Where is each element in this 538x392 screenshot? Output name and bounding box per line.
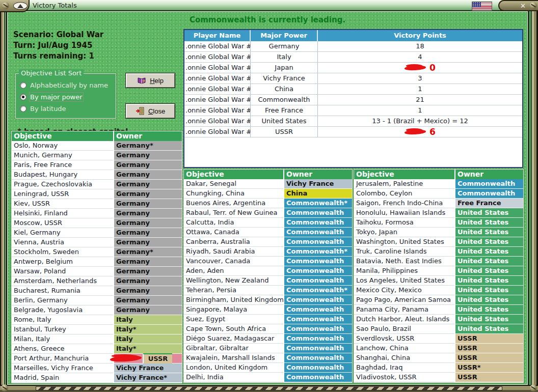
owner-cell: Commonwealth [283,363,352,373]
player-power-cell: Japan [251,63,318,73]
svg-text:?: ? [143,78,145,83]
titlebar[interactable]: Victory Totals [0,0,538,11]
objective-row: Shanghai, ChinaUSSR [354,353,523,363]
objective-row: Budapest, HungaryGermany [12,170,182,180]
objective-cell: Baghdad, Iraq [354,363,454,373]
objective-cell: Washington, United States [354,237,454,247]
objective-row: Warsaw, PolandGermany [12,267,182,276]
objective-cell: Moscow, USSR [12,218,113,228]
objective-row: Munich, GermanyGermany [12,151,182,160]
objective-cell: Suez, Egypt [184,315,283,324]
owner-cell: Commonwealth [283,305,352,315]
radio-icon[interactable] [20,105,26,112]
owner-cell: USSR [454,334,523,344]
column-header-owner: Owner [283,170,352,179]
radio-by-major-power[interactable]: By major power [20,93,116,101]
objective-row: Tokyo, JapanUnited States [354,228,523,237]
turns-remaining-label: Turns remaining: 1 [13,51,103,62]
column-header-objective: Objective [354,170,454,179]
players-table: Player Name Major Power Victory Points .… [183,29,523,168]
objective-table-header: Objective Owner [12,131,182,141]
player-power-cell: Free France [251,105,318,116]
objective-cell: Panama City, Panama [354,305,454,315]
owner-cell: United States [454,228,523,237]
turn-label: Turn: Jul/Aug 1945 [13,40,103,51]
objective-cell: Lanchow, China [354,344,454,353]
window-menu-button[interactable] [13,2,28,10]
objective-cell: Truk, Caroline Islands [354,247,454,257]
objective-row: Saigon, French Indo-ChinaFree France [354,199,523,208]
objective-row: Antwerp, BelgiumGermany [12,257,182,267]
close-dialog-button[interactable]: Close [125,103,175,119]
player-name-cell: .onnie Global War # [184,116,251,126]
us-flag-icon [472,2,492,11]
objective-table-body: Jerusalem, PalestineCommonwealthColombo,… [354,179,523,382]
objective-row: Sverdlovsk, USSRUSSR [354,334,523,344]
objective-row: Kiev, USSRGermany [12,199,182,209]
close-icon: ✕ [520,2,526,10]
owner-cell: Germany [113,199,182,209]
screw-icon [530,384,537,391]
objective-cell: Vladivostok, USSR [354,373,454,382]
owner-cell: Germany [113,189,182,199]
objective-row: Berlin, GermanyGermany [12,296,182,305]
objective-cell: Canberra, Australia [184,237,283,247]
player-power-cell: Vichy France [251,73,318,83]
objective-cell: Belgrade, Yugoslavia [12,305,113,315]
owner-cell: Commonwealth [283,208,352,218]
objective-cell: Jerusalem, Palestine [354,179,454,189]
objective-cell: Shanghai, China [354,353,454,363]
owner-cell: Commonwealth [283,334,352,344]
objective-cell: Honolulu, Hawaiian Islands [354,208,454,218]
radio-icon[interactable] [20,82,26,89]
window-frame-bottom [0,385,538,392]
objective-row: Rabaul, Terr. of New GuineaCommonwealth [184,208,352,218]
objective-row: Leningrad, USSRGermany [12,189,182,199]
owner-cell: Commonwealth [283,257,352,266]
owner-cell: Commonwealth [454,189,523,199]
radio-selected-icon[interactable] [20,94,26,100]
objective-row: Ottawa, CanadaCommonwealth [184,228,352,237]
objective-row: Marseilles, Vichy FranceVichy France [12,363,182,373]
objective-row: Mexico City, MexicoUnited States [354,286,523,295]
objective-row: Manila, PhilippinesUnited States [354,266,523,276]
owner-cell: Commonwealth [283,344,352,353]
scenario-info: Scenario: Global War Turn: Jul/Aug 1945 … [13,30,103,62]
objective-row: Riyadh, Saudi ArabiaCommonwealth* [184,247,352,257]
owner-cell: United States [454,315,523,324]
owner-cell: Commonwealth [283,266,352,276]
objective-row: Teheran, PersiaCommonwealth* [184,286,352,295]
objective-cell: Milan, Italy [12,334,113,344]
owner-correction-patch: USSR [143,353,172,363]
owner-cell: Commonwealth* [283,247,352,257]
objective-row: Prague, CzechoslovakiaGermany [12,180,182,189]
objective-cell: Kwajalein, Marshall Islands [184,353,283,363]
owner-cell: USSR [454,373,523,382]
objective-row: Birmingham, United KingdomCommonwealth [184,295,352,305]
owner-cell: Germany [113,180,182,189]
objective-row: Aden, AdenCommonwealth [184,266,352,276]
player-points-cell: 6 [318,127,522,137]
radio-by-latitude[interactable]: By latitude [20,104,116,113]
player-row: .onnie Global War #Commonwealth21 [184,95,522,105]
column-header-objective: Objective [184,170,283,179]
column-header-victory-points: Victory Points [318,30,522,41]
objective-row: Belgrade, YugoslaviaGermany [12,305,182,315]
owner-cell: Germany [113,267,182,276]
owner-cell: Commonwealth* [283,199,352,208]
help-button[interactable]: ? Help [125,73,175,88]
radio-label: By latitude [30,105,66,113]
owner-cell: Germany [113,218,182,228]
player-name-cell: .onnie Global War # [184,84,251,94]
objective-cell: Birmingham, United Kingdom [184,295,283,305]
player-row: .onnie Global War #China1 [184,84,522,95]
owner-cell: United States [454,305,523,315]
radio-alphabetically-by-name[interactable]: Alphabetically by name [20,81,116,90]
objective-cell: Warsaw, Poland [12,267,113,276]
objective-row: Vancouver, CanadaCommonwealth [184,257,352,266]
objective-cell: Buenos Aires, Argentina [184,199,283,208]
triangle-icon [17,4,23,8]
close-text: lose [153,107,165,115]
owner-cell: United States [454,257,523,266]
sort-group-legend: Objective List Sort [19,69,84,77]
